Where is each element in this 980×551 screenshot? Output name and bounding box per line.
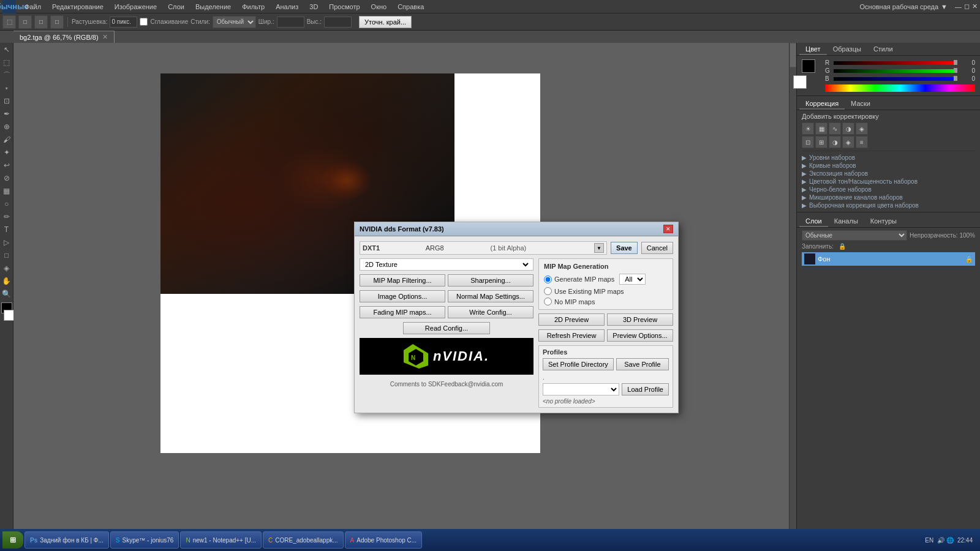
vertical-scrollbar[interactable] bbox=[789, 43, 796, 530]
tool-crop[interactable]: ⊡ bbox=[1, 95, 13, 107]
set-profile-dir-btn[interactable]: Set Profile Directory bbox=[543, 358, 614, 370]
correction-photofilter[interactable]: ◈ bbox=[842, 136, 854, 148]
minimize-btn[interactable]: — bbox=[955, 3, 962, 10]
menu-select[interactable]: Выделение bbox=[190, 2, 236, 12]
correction-list-item3[interactable]: ▶ Экспозиция наборов bbox=[802, 170, 975, 178]
read-config-btn[interactable]: Read Config... bbox=[403, 322, 490, 334]
correction-levels[interactable]: ▦ bbox=[815, 122, 827, 135]
correction-vibrance[interactable]: ◈ bbox=[856, 122, 868, 135]
height-input[interactable] bbox=[324, 17, 352, 28]
taskbar-item-skype[interactable]: S Skype™ - jonius76 bbox=[110, 531, 179, 549]
tab-swatches[interactable]: Образцы bbox=[827, 44, 867, 55]
channel-r-bar[interactable] bbox=[834, 61, 957, 66]
save-profile-btn[interactable]: Save Profile bbox=[616, 358, 669, 370]
cancel-btn[interactable]: Cancel bbox=[641, 242, 673, 254]
tool-history[interactable]: ↩ bbox=[1, 159, 13, 171]
profile-dropdown[interactable] bbox=[543, 383, 619, 395]
layer-item-bg[interactable]: Фон 🔒 bbox=[802, 252, 975, 266]
tab-correction[interactable]: Коррекция bbox=[799, 99, 845, 110]
format-dropdown-btn[interactable]: ▼ bbox=[594, 243, 604, 253]
correction-list-item1[interactable]: ▶ Уровни наборов bbox=[802, 154, 975, 162]
menu-window[interactable]: Окно bbox=[366, 2, 392, 12]
menu-analyze[interactable]: Анализ bbox=[271, 2, 303, 12]
scrollbar-thumb[interactable] bbox=[790, 43, 796, 67]
feather-input[interactable] bbox=[110, 17, 137, 28]
correction-list-item5[interactable]: ▶ Черно-белое наборов bbox=[802, 186, 975, 193]
restore-btn[interactable]: ◻ bbox=[964, 2, 970, 10]
tool-zoom[interactable]: 🔍 bbox=[1, 288, 13, 300]
menu-image[interactable]: Изображение bbox=[110, 2, 162, 12]
tab-close-icon[interactable]: ✕ bbox=[102, 33, 108, 41]
image-options-btn[interactable]: Image Options... bbox=[360, 290, 445, 302]
normal-map-btn[interactable]: Normal Map Settings... bbox=[448, 290, 533, 302]
correction-hsl[interactable]: ⊡ bbox=[802, 136, 814, 148]
correction-list-item6[interactable]: ▶ Микширование каналов наборов bbox=[802, 193, 975, 201]
close-btn[interactable]: ✕ bbox=[972, 2, 978, 10]
correction-brightness[interactable]: ☀ bbox=[802, 122, 814, 135]
load-profile-btn[interactable]: Load Profile bbox=[622, 383, 669, 395]
color-spectrum[interactable] bbox=[825, 84, 975, 92]
correction-list-item2[interactable]: ▶ Кривые наборов bbox=[802, 162, 975, 170]
radio-no-mip[interactable] bbox=[544, 298, 552, 305]
tab-layers[interactable]: Слои bbox=[799, 216, 828, 227]
save-btn[interactable]: Save bbox=[611, 242, 638, 254]
tool-dodge[interactable]: ○ bbox=[1, 198, 13, 210]
tool-style-btn3[interactable]: □ bbox=[50, 15, 64, 29]
tool-lasso[interactable]: ⌒ bbox=[1, 69, 13, 81]
tab-channels[interactable]: Каналы bbox=[828, 216, 864, 227]
menu-edit[interactable]: Редактирование bbox=[47, 2, 108, 12]
channel-b-thumb[interactable] bbox=[954, 76, 957, 81]
tab-color[interactable]: Цвет bbox=[799, 44, 827, 55]
correction-list-item4[interactable]: ▶ Цветовой тон/Насыщенность наборов bbox=[802, 178, 975, 186]
correction-channelmix[interactable]: ≡ bbox=[856, 136, 868, 148]
write-config-btn[interactable]: Write Config... bbox=[448, 306, 533, 318]
taskbar-item-adobe[interactable]: A Adobe Photoshop C... bbox=[345, 531, 423, 549]
width-input[interactable] bbox=[277, 17, 304, 28]
tool-gradient[interactable]: ▦ bbox=[1, 185, 13, 197]
taskbar-item-photoshop[interactable]: Ps Задний фон в КБ | Ф... bbox=[24, 531, 109, 549]
preview-options-btn[interactable]: Preview Options... bbox=[607, 329, 673, 342]
start-button[interactable]: ⊞ bbox=[2, 531, 23, 549]
active-document-tab[interactable]: bg2.tga @ 66,7% (RGB/8) ✕ bbox=[13, 31, 115, 43]
tool-clone[interactable]: ✦ bbox=[1, 146, 13, 159]
tool-heal[interactable]: ⊕ bbox=[1, 121, 13, 133]
tool-shape[interactable]: □ bbox=[1, 249, 13, 261]
tool-brush[interactable]: 🖌 bbox=[1, 133, 13, 146]
blend-mode-select[interactable]: Обычные bbox=[802, 230, 907, 241]
tool-path-select[interactable]: ▷ bbox=[1, 236, 13, 249]
channel-b-bar[interactable] bbox=[834, 77, 957, 81]
tool-options-btn[interactable]: ⬚ bbox=[2, 15, 16, 29]
3d-preview-btn[interactable]: 3D Preview bbox=[607, 313, 673, 326]
tool-hand[interactable]: ✋ bbox=[1, 275, 13, 287]
radio-generate-mip[interactable] bbox=[544, 276, 552, 283]
anti-alias-check[interactable] bbox=[140, 18, 148, 26]
tool-magic-wand[interactable]: ⋆ bbox=[1, 82, 13, 94]
tool-type[interactable]: T bbox=[1, 223, 13, 236]
menu-3d[interactable]: 3D bbox=[304, 2, 323, 12]
workspace-selector[interactable]: Основная рабочая среда ▼ — ◻ ✕ bbox=[860, 2, 978, 10]
tool-move[interactable]: ↖ bbox=[1, 43, 13, 56]
tool-eraser[interactable]: ⊘ bbox=[1, 172, 13, 184]
menu-file[interactable]: Файл bbox=[20, 2, 46, 12]
tool-style-btn2[interactable]: □ bbox=[34, 15, 48, 29]
correction-curves[interactable]: ∿ bbox=[829, 122, 841, 135]
correction-colorbalance[interactable]: ⊞ bbox=[815, 136, 827, 148]
refresh-preview-btn[interactable]: Refresh Preview bbox=[538, 329, 605, 342]
radio-use-existing[interactable] bbox=[544, 287, 552, 295]
menu-layers[interactable]: Слои bbox=[163, 2, 189, 12]
channel-r-thumb[interactable] bbox=[954, 60, 957, 65]
fading-mip-btn[interactable]: Fading MIP maps... bbox=[360, 306, 445, 318]
correction-bw[interactable]: ◑ bbox=[829, 136, 841, 148]
tool-eyedropper[interactable]: ✒ bbox=[1, 108, 13, 120]
mip-all-select[interactable]: All bbox=[619, 274, 646, 285]
taskbar-item-core[interactable]: C CORE_adobeallappk... bbox=[263, 531, 344, 549]
menu-filter[interactable]: Фильтр bbox=[237, 2, 270, 12]
tab-masks[interactable]: Маски bbox=[845, 99, 876, 110]
refine-edge-btn[interactable]: Уточн. край... bbox=[359, 16, 412, 28]
background-swatch[interactable] bbox=[793, 75, 807, 89]
2d-preview-btn[interactable]: 2D Preview bbox=[538, 313, 605, 326]
tool-pen[interactable]: ✏ bbox=[1, 211, 13, 223]
taskbar-item-notepad[interactable]: N new1 - Notepad++ [U... bbox=[180, 531, 262, 549]
texture-type-select[interactable]: 2D Texture bbox=[363, 260, 530, 269]
menu-view[interactable]: Просмотр bbox=[324, 2, 364, 12]
